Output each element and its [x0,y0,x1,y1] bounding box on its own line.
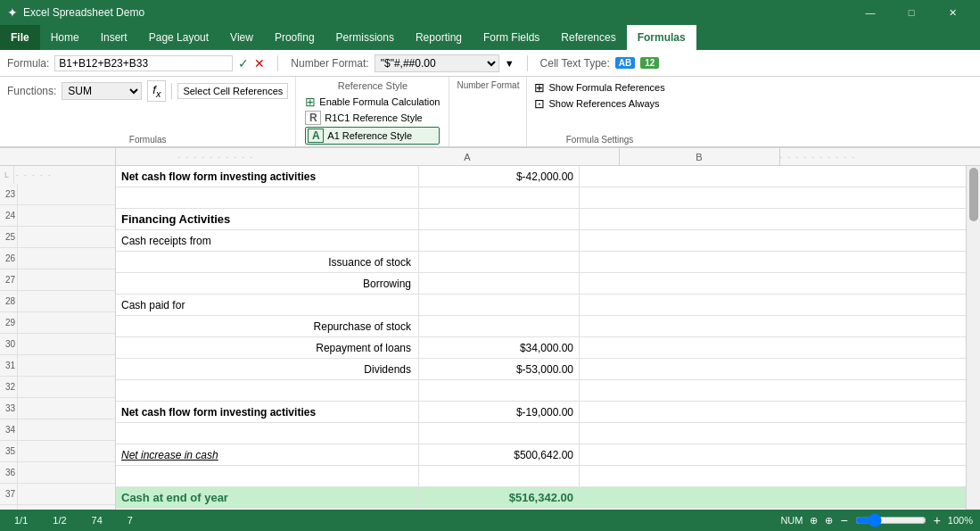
table-row[interactable]: Borrowing [116,273,966,295]
enable-formula-icon: ⊞ [305,95,316,109]
cell-b-29[interactable] [419,295,580,315]
table-row[interactable] [116,187,966,209]
cell-b-38[interactable]: $516,342.00 [419,487,580,508]
cell-b-25[interactable] [419,209,580,229]
cell-a-31[interactable]: Repayment of loans [116,337,419,358]
table-row[interactable] [116,380,966,402]
ribbon-tabs: File Home Insert Page Layout View Proofi… [0,25,980,50]
cell-b-36[interactable]: $500,642.00 [419,444,580,465]
number-format-expand[interactable]: ▼ [505,58,515,69]
select-cell-refs-button[interactable]: Select Cell References [177,83,288,99]
table-row[interactable] [116,423,966,444]
cell-a-25[interactable]: Financing Activities [116,209,419,229]
zoom-slider[interactable] [855,513,926,527]
cell-a-35[interactable] [116,423,419,444]
view-tab[interactable]: View [219,25,264,50]
table-row[interactable]: Cash paid for [116,295,966,316]
table-row[interactable]: Net increase in cash$500,642.00 [116,444,966,466]
cell-b-24[interactable] [419,187,580,208]
close-button[interactable]: ✕ [932,0,973,25]
number-format-select[interactable]: "$"#,##0.00 [375,54,499,72]
home-tab[interactable]: Home [40,25,90,50]
a1-icon: A [308,129,324,143]
permissions-tab[interactable]: Permissions [325,25,405,50]
cell-b-34[interactable]: $-19,000.00 [419,402,580,422]
enable-formula-button[interactable]: Enable Formula Calculation [319,96,440,107]
table-row[interactable]: Issuance of stock [116,252,966,273]
minimize-button[interactable]: — [850,0,891,25]
cell-b-26[interactable] [419,230,580,251]
row-num-28: 28 [0,291,115,312]
table-row[interactable] [116,466,966,487]
cell-a-28[interactable]: Borrowing [116,273,419,294]
cell-a-23[interactable]: Net cash flow form investing activities [116,166,419,187]
title-bar: ✦ Excel Spreadsheet Demo — □ ✕ [0,0,980,25]
nav-icon-left[interactable]: ⊕ [810,515,818,527]
a1-reference-button[interactable]: A1 Reference Style [327,130,412,141]
show-formula-refs-button[interactable]: Show Formula References [548,82,664,93]
cell-b-31[interactable]: $34,000.00 [419,337,580,358]
fx-button[interactable]: fx [147,80,166,102]
cell-b-35[interactable] [419,423,580,444]
cell-a-34[interactable]: Net cash flow form investing activities [116,402,419,422]
cancel-icon[interactable]: ✕ [254,56,265,71]
cell-a-33[interactable] [116,380,419,401]
cell-b-37[interactable] [419,466,580,486]
references-tab[interactable]: References [550,25,626,50]
cell-a-24[interactable] [116,187,419,208]
cell-b-30[interactable] [419,316,580,336]
cell-a-37[interactable] [116,466,419,486]
table-row[interactable]: Financing Activities [116,209,966,230]
row-num-25: 25 [0,227,115,248]
proofing-tab[interactable]: Proofing [264,25,325,50]
table-row[interactable]: Net cash flow form investing activities$… [116,402,966,423]
row-num-32: 32 [0,377,115,398]
num-mode: NUM [780,515,803,526]
page-indicator-1[interactable]: 1/1 [7,515,35,526]
table-row[interactable]: Cash at end of year$516,342.00 [116,487,966,509]
app-icon: ✦ [7,5,18,20]
nav-icon-right[interactable]: ⊕ [825,515,833,527]
table-row[interactable]: Repurchase of stock [116,316,966,337]
cell-b-23[interactable]: $-42,000.00 [419,166,580,187]
table-row[interactable]: Repayment of loans$34,000.00 [116,337,966,359]
cell-a-29[interactable]: Cash paid for [116,295,419,315]
zoom-in-button[interactable]: + [934,513,941,527]
page-layout-tab[interactable]: Page Layout [138,25,219,50]
zoom-out-button[interactable]: − [840,513,847,527]
r1c1-reference-button[interactable]: R1C1 Reference Style [325,112,422,123]
form-fields-tab[interactable]: Form Fields [473,25,550,50]
cell-a-30[interactable]: Repurchase of stock [116,316,419,336]
maximize-button[interactable]: □ [891,0,932,25]
row-num-31: 31 [0,355,115,377]
file-tab[interactable]: File [0,25,40,50]
cell-a-32[interactable]: Dividends [116,359,419,379]
row-num-23: 23 [0,184,115,205]
table-row[interactable]: Cash receipts from [116,230,966,252]
functions-select[interactable]: SUM [62,82,142,100]
table-row[interactable]: Dividends$-53,000.00 [116,359,966,380]
page-indicator-2[interactable]: 1/2 [45,515,73,526]
val-7[interactable]: 7 [120,515,140,526]
cell-a-36[interactable]: Net increase in cash [116,444,419,465]
formula-input[interactable] [54,55,233,71]
cell-b-27[interactable] [419,252,580,272]
cell-a-26[interactable]: Cash receipts from [116,230,419,251]
row-num-24: 24 [0,205,115,227]
val-74[interactable]: 74 [85,515,110,526]
reporting-tab[interactable]: Reporting [405,25,473,50]
cell-a-27[interactable]: Issuance of stock [116,252,419,272]
row-num-30: 30 [0,334,115,355]
insert-tab[interactable]: Insert [90,25,138,50]
confirm-icon[interactable]: ✓ [238,56,249,71]
reference-style-label: Reference Style [305,80,440,91]
cell-b-33[interactable] [419,380,580,401]
table-row[interactable]: Net cash flow form investing activities$… [116,166,966,187]
status-bar: 1/1 1/2 74 7 NUM ⊕ ⊕ − + 100% [0,510,980,531]
row-num-29: 29 [0,312,115,334]
cell-b-28[interactable] [419,273,580,294]
show-refs-always-button[interactable]: Show References Always [548,98,659,109]
cell-b-32[interactable]: $-53,000.00 [419,359,580,379]
cell-a-38[interactable]: Cash at end of year [116,487,419,508]
formulas-tab[interactable]: Formulas [627,25,696,50]
